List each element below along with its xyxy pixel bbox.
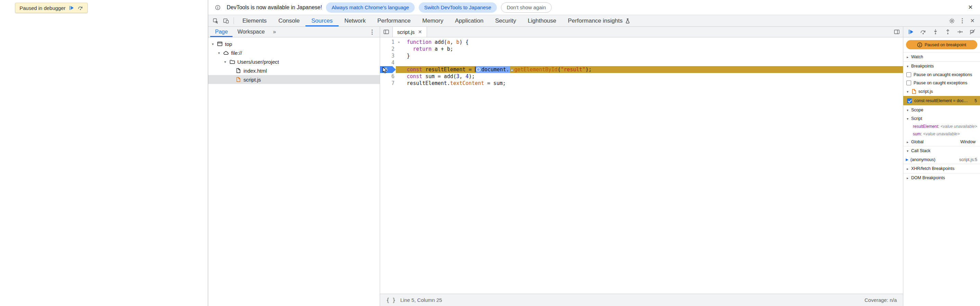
line-gutter-6[interactable]: 6 (380, 73, 402, 80)
breakpoints-section-header[interactable]: ▾ Breakpoints (903, 61, 980, 70)
breakpoint-group-header[interactable]: ▾ script.js (903, 87, 980, 96)
line-gutter-4[interactable]: 4 (380, 59, 402, 66)
call-stack-section-header[interactable]: ▾ Call Stack (903, 146, 980, 155)
panel-tabs: ElementsConsoleSourcesNetworkPerformance… (237, 15, 636, 26)
tab-performance[interactable]: Performance (372, 15, 416, 26)
breakpoint-flag[interactable]: 5 (380, 66, 396, 73)
navigator-kebab-icon[interactable]: ⋮ (366, 27, 378, 37)
call-stack-label: Call Stack (911, 148, 930, 153)
call-stack-frame[interactable]: ▶(anonymous)script.js:5 (903, 155, 980, 164)
step-over-icon[interactable] (78, 5, 83, 11)
watch-section-header[interactable]: ▸ Watch (903, 52, 980, 61)
paused-on-breakpoint-badge: Paused on breakpoint (906, 40, 977, 49)
scope-label: Scope (911, 108, 923, 112)
line-gutter-7[interactable]: 7 (380, 80, 402, 87)
line-gutter-3[interactable]: 3 (380, 53, 402, 59)
tab-workspace[interactable]: Workspace (232, 27, 269, 37)
dont-show-again-button[interactable]: Don't show again (501, 2, 552, 13)
step-over-button[interactable] (919, 28, 927, 36)
variable-value: <value unavailable> (923, 132, 960, 136)
watch-label: Watch (911, 54, 923, 59)
line-gutter-5[interactable]: 5 (380, 66, 402, 73)
expander-icon: ▸ (906, 55, 910, 59)
step-into-button[interactable] (931, 28, 940, 36)
code-line-content[interactable]: function add(a, b) { (402, 39, 903, 46)
breakpoint-group-file-label: script.js (918, 89, 933, 94)
tree-item-top[interactable]: ▾top (208, 40, 380, 48)
more-options-kebab-icon[interactable]: ⋮ (958, 16, 967, 26)
line-gutter-2[interactable]: 2 (380, 46, 402, 53)
tab-lighthouse[interactable]: Lighthouse (522, 15, 562, 26)
settings-gear-icon[interactable] (947, 16, 957, 26)
file-icon (235, 68, 241, 73)
devtools-close-icon[interactable]: ✕ (968, 16, 977, 26)
device-toolbar-icon[interactable] (221, 16, 231, 26)
expander-icon: ▾ (906, 108, 910, 112)
tab-memory[interactable]: Memory (416, 15, 449, 26)
scope-variables: resultElement:<value unavailable>sum:<va… (903, 123, 980, 138)
resume-button[interactable] (907, 28, 915, 36)
line-number: 3 (391, 53, 396, 59)
step-button[interactable] (956, 28, 964, 36)
scope-section-header[interactable]: ▾ Scope (903, 105, 980, 115)
code-line-content[interactable]: } (402, 53, 903, 59)
editor-tab-script-js[interactable]: script.js ✕ (392, 27, 427, 37)
code-line-content[interactable]: return a + b; (402, 46, 903, 53)
editor-tab-close-icon[interactable]: ✕ (418, 29, 422, 35)
code-line-2: 2 return a + b; (380, 46, 903, 53)
line-number: 4 (391, 59, 396, 66)
expander-icon: ▾ (223, 60, 227, 64)
code-line-content[interactable]: const resultElement = document.getElemen… (402, 66, 903, 73)
tab-label: Performance (377, 18, 410, 24)
line-gutter-1[interactable]: 1▾ (380, 39, 402, 46)
infobar-close-icon[interactable]: ✕ (966, 3, 975, 12)
dom-breakpoints-section-header[interactable]: ▸ DOM Breakpoints (903, 173, 980, 182)
tab-sources[interactable]: Sources (305, 15, 338, 26)
paused-in-debugger-banner: Paused in debugger (15, 3, 88, 13)
tree-item-index-html[interactable]: index.html (208, 66, 380, 75)
pause-on-uncaught-row: Pause on uncaught exceptions (903, 70, 980, 79)
devtools-infobar: DevTools is now available in Japanese! A… (208, 0, 980, 15)
step-out-button[interactable] (944, 28, 952, 36)
tab-page[interactable]: Page (210, 27, 232, 37)
tree-item-label: script.js (243, 77, 261, 83)
deactivate-breakpoints-button[interactable] (968, 28, 977, 36)
expander-icon: ▾ (906, 64, 910, 68)
tab-console[interactable]: Console (272, 15, 305, 26)
tab-application[interactable]: Application (449, 15, 489, 26)
pretty-print-icon[interactable]: { } (386, 297, 396, 303)
tree-item-file[interactable]: ▾file:// (208, 48, 380, 57)
code-editor[interactable]: 1▾function add(a, b) {2 return a + b;3}4… (380, 37, 903, 294)
variable-value: <value unavailable> (940, 124, 977, 129)
switch-devtools-japanese-button[interactable]: Switch DevTools to Japanese (419, 2, 497, 13)
inspect-element-icon[interactable] (211, 16, 221, 26)
xhr-breakpoints-section-header[interactable]: ▸ XHR/fetch Breakpoints (903, 164, 980, 173)
tab-elements[interactable]: Elements (237, 15, 272, 26)
code-line-content[interactable]: const sum = add(3, 4); (402, 73, 903, 80)
frame-icon (217, 41, 223, 46)
tree-item-script-js[interactable]: script.js (208, 75, 380, 84)
more-tabs-icon[interactable]: » (269, 27, 279, 37)
tab-security[interactable]: Security (489, 15, 522, 26)
resume-script-icon[interactable] (69, 5, 74, 11)
toggle-navigator-icon[interactable] (380, 27, 392, 37)
scope-global-header[interactable]: ▸ Global Window (903, 138, 980, 146)
tab-network[interactable]: Network (339, 15, 372, 26)
breakpoint-entry[interactable]: const resultElement = doc… 5 (903, 96, 980, 105)
toggle-debugger-sidebar-icon[interactable] (891, 27, 903, 37)
expander-icon: ▾ (906, 117, 910, 121)
always-match-language-button[interactable]: Always match Chrome's language (326, 2, 414, 13)
devtools-main-toolbar: ElementsConsoleSourcesNetworkPerformance… (208, 15, 980, 27)
step-over-icon (920, 29, 926, 35)
tree-item-users-user-project[interactable]: ▾Users/user/project (208, 57, 380, 66)
line-number: 2 (391, 46, 396, 53)
code-line-5: 5const resultElement = document.getEleme… (380, 66, 903, 73)
code-line-content[interactable] (402, 59, 903, 66)
code-line-content[interactable]: resultElement.textContent = sum; (402, 80, 903, 87)
pause-on-caught-checkbox[interactable] (906, 81, 911, 85)
pause-on-uncaught-checkbox[interactable] (906, 72, 911, 77)
scope-script-header[interactable]: ▾ Script (903, 115, 980, 123)
scope-global-value: Window (961, 139, 978, 144)
breakpoint-checkbox[interactable] (907, 98, 912, 103)
tab-performance-insights[interactable]: Performance insights (562, 15, 636, 26)
